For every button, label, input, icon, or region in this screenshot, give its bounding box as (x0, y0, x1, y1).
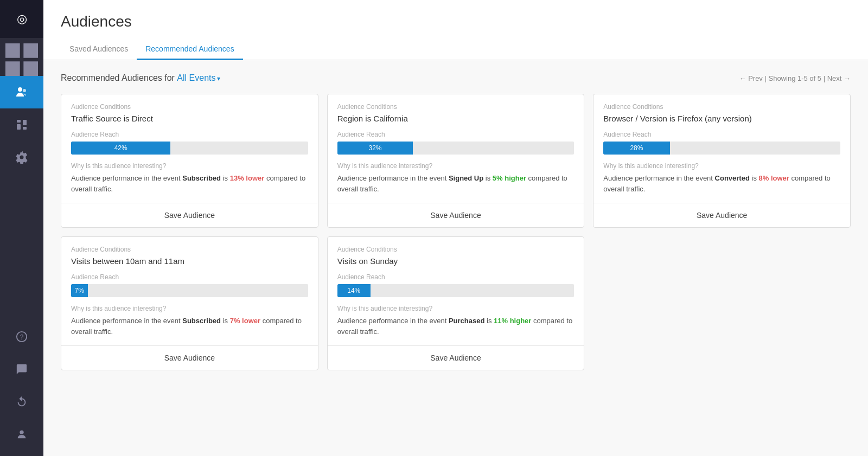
tab-recommended-audiences[interactable]: Recommended Audiences (137, 39, 242, 60)
why-text-part: Audience performance in the event (71, 317, 182, 325)
progress-bar-container: 14% (337, 284, 575, 297)
why-word-lower: lower (771, 174, 789, 182)
why-event-name: Purchased (449, 317, 484, 325)
sidebar-nav (0, 38, 43, 320)
reach-label: Audience Reach (337, 131, 575, 138)
why-text-part: Audience performance in the event (603, 174, 714, 182)
svg-rect-3 (17, 124, 21, 130)
why-text-part: Audience performance in the event (337, 174, 449, 182)
why-word-higher: higher (510, 317, 532, 325)
tabs: Saved Audiences Recommended Audiences (61, 39, 851, 60)
progress-bar-container: 32% (337, 142, 575, 155)
why-text: Audience performance in the event Subscr… (71, 316, 308, 337)
why-text-part: is (483, 174, 493, 182)
card-body: Audience Conditions Region is California… (328, 94, 584, 203)
card-body: Audience Conditions Visits on Sunday Aud… (328, 237, 584, 345)
reach-label: Audience Reach (71, 273, 308, 281)
reach-pct-label: 42% (111, 144, 131, 152)
card-footer: Save Audience (61, 203, 318, 227)
condition-value: Visits between 10am and 11am (71, 256, 308, 266)
progress-bar-fill: 7% (71, 284, 88, 297)
reach-pct-label: 7% (72, 287, 87, 294)
why-text: Audience performance in the event Purcha… (337, 316, 575, 337)
card-4: Audience Conditions Visits between 10am … (61, 236, 318, 370)
recommended-title: Recommended Audiences for All Events▾ (61, 73, 220, 83)
card-footer: Save Audience (61, 345, 318, 370)
why-word-lower: lower (246, 174, 264, 182)
header: Audiences Saved Audiences Recommended Au… (43, 0, 868, 60)
why-event-name: Subscribed (182, 317, 221, 325)
why-label: Why is this audience interesting? (337, 162, 575, 170)
prev-link[interactable]: ← Prev (739, 74, 763, 82)
why-pct-lower: 7% (230, 317, 240, 325)
why-text-part: is (221, 317, 230, 325)
sidebar-item-history[interactable] (0, 386, 43, 418)
why-pct-lower: 13% (230, 174, 244, 182)
save-audience-button[interactable]: Save Audience (61, 346, 318, 370)
reach-pct-label: 14% (344, 287, 363, 294)
recommended-title-prefix: Recommended Audiences for (61, 73, 175, 82)
svg-point-8 (20, 431, 23, 434)
dropdown-arrow-icon[interactable]: ▾ (217, 75, 220, 82)
svg-rect-5 (23, 127, 27, 130)
svg-rect-4 (23, 120, 27, 125)
condition-value: Visits on Sunday (337, 256, 575, 266)
reach-pct-label: 28% (627, 144, 646, 152)
card-2: Audience Conditions Region is California… (327, 94, 585, 228)
card-body: Audience Conditions Browser / Version is… (593, 94, 850, 203)
why-text: Audience performance in the event Conver… (603, 173, 840, 194)
conditions-label: Audience Conditions (337, 103, 575, 111)
tab-saved-audiences[interactable]: Saved Audiences (61, 39, 137, 60)
sidebar-item-profile[interactable] (0, 418, 43, 451)
sidebar: ◎ ? (0, 0, 43, 456)
sidebar-logo: ◎ (0, 0, 43, 38)
reach-pct-label: 32% (366, 144, 385, 152)
next-link[interactable]: Next → (827, 74, 851, 82)
why-label: Why is this audience interesting? (337, 305, 575, 312)
card-3: Audience Conditions Browser / Version is… (593, 94, 851, 228)
pagination: ← Prev | Showing 1-5 of 5 | Next → (739, 74, 851, 82)
why-label: Why is this audience interesting? (603, 162, 840, 170)
why-label: Why is this audience interesting? (71, 162, 308, 170)
why-text-part: is (221, 174, 230, 182)
sidebar-item-experiments[interactable] (0, 108, 43, 141)
why-event-name: Subscribed (182, 174, 221, 182)
logo-icon: ◎ (17, 12, 27, 26)
why-text-part: Audience performance in the event (71, 174, 182, 182)
sidebar-item-chat[interactable] (0, 353, 43, 386)
conditions-label: Audience Conditions (71, 246, 308, 253)
save-audience-button[interactable]: Save Audience (593, 203, 850, 227)
sidebar-item-audiences[interactable] (0, 76, 43, 108)
event-name-dropdown[interactable]: All Events (177, 73, 215, 82)
condition-value: Browser / Version is Firefox (any versio… (603, 114, 840, 123)
sidebar-item-settings[interactable] (0, 141, 43, 174)
svg-text:?: ? (20, 333, 24, 341)
save-audience-button[interactable]: Save Audience (328, 203, 584, 227)
svg-point-1 (23, 89, 26, 92)
save-audience-button[interactable]: Save Audience (328, 346, 584, 370)
sidebar-item-campaigns[interactable] (0, 43, 43, 76)
card-footer: Save Audience (593, 203, 850, 227)
reach-label: Audience Reach (71, 131, 308, 138)
main-content: Audiences Saved Audiences Recommended Au… (43, 0, 868, 456)
sidebar-bottom: ? (0, 320, 43, 456)
progress-bar-container: 42% (71, 142, 308, 155)
sidebar-item-help[interactable]: ? (0, 320, 43, 353)
reach-label: Audience Reach (337, 273, 575, 281)
progress-bar-container: 28% (603, 142, 840, 155)
svg-rect-2 (17, 120, 21, 123)
why-event-name: Signed Up (449, 174, 483, 182)
svg-point-0 (18, 87, 22, 92)
why-label: Why is this audience interesting? (71, 305, 308, 312)
pagination-info: | Showing 1-5 of 5 | (765, 74, 827, 82)
save-audience-button[interactable]: Save Audience (61, 203, 318, 227)
why-event-name: Converted (715, 174, 750, 182)
why-text-part: is (750, 174, 759, 182)
why-pct-lower: 8% (759, 174, 769, 182)
progress-bar-fill: 14% (337, 284, 371, 297)
progress-bar-fill: 42% (71, 142, 170, 155)
content-area: Recommended Audiences for All Events▾ ← … (43, 60, 868, 456)
why-word-lower: lower (242, 317, 260, 325)
reach-label: Audience Reach (603, 131, 840, 138)
conditions-label: Audience Conditions (71, 103, 308, 111)
